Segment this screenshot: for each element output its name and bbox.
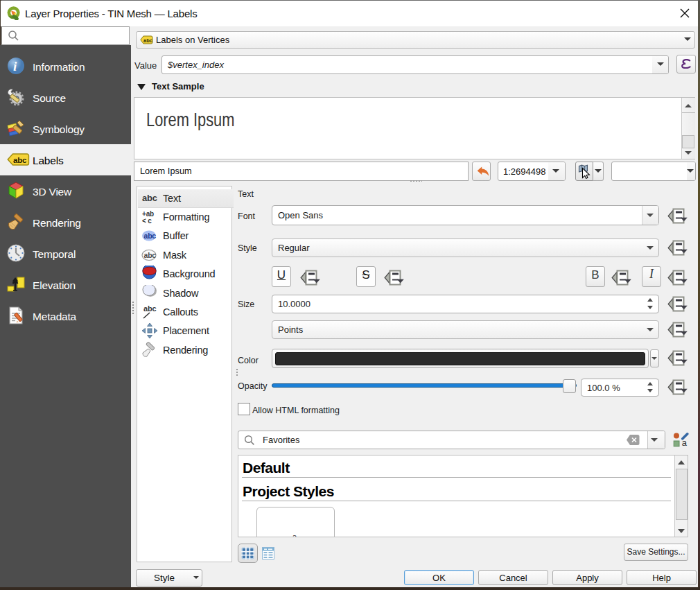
svg-text:abc: abc bbox=[144, 251, 157, 259]
svg-text:abc: abc bbox=[142, 193, 157, 203]
svg-text:abc: abc bbox=[144, 232, 157, 240]
svg-text:abc: abc bbox=[13, 156, 27, 164]
svg-text:< c: < c bbox=[142, 217, 152, 225]
svg-text:a: a bbox=[682, 437, 688, 448]
svg-text:abc: abc bbox=[143, 37, 152, 44]
svg-text:abc: abc bbox=[143, 304, 156, 313]
